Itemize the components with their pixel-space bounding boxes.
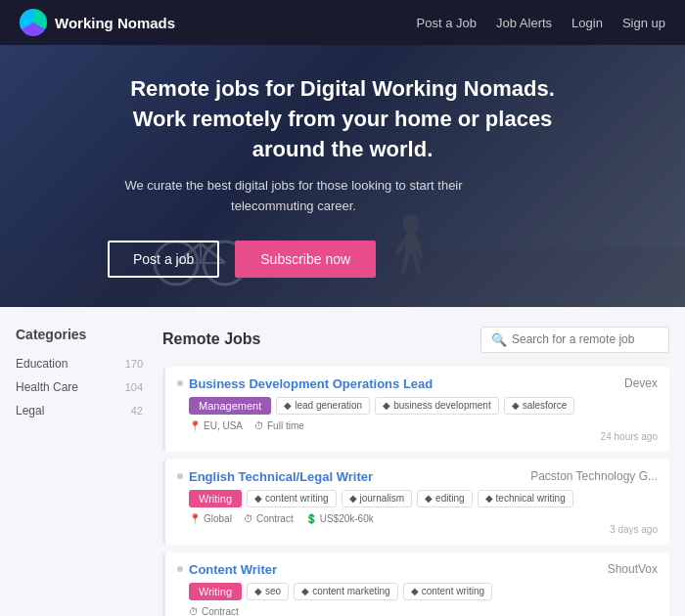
job-category-tag: Management <box>189 397 271 415</box>
search-box[interactable]: 🔍 <box>480 327 669 353</box>
job-tag: ◆ salesforce <box>504 397 575 415</box>
job-meta-item: 💲 US$20k-60k <box>305 513 374 524</box>
sidebar-item-label: Legal <box>16 404 44 418</box>
job-card-header: Content Writer ShoutVox <box>177 562 658 577</box>
tag-diamond-icon: ◆ <box>512 400 520 411</box>
brand-logo-icon <box>20 9 47 36</box>
job-meta-item: ⏱ Full time <box>254 420 304 431</box>
meta-icon: ⏱ <box>254 420 264 431</box>
meta-icon: ⏱ <box>244 513 253 524</box>
tag-diamond-icon: ◆ <box>301 586 309 596</box>
sidebar-item[interactable]: Legal 42 <box>16 399 143 422</box>
job-category-tag: Writing <box>189 583 242 600</box>
tag-diamond-icon: ◆ <box>383 400 390 411</box>
job-meta-item: ⏱ Contract <box>244 513 294 524</box>
login-link[interactable]: Login <box>571 16 603 30</box>
job-alerts-link[interactable]: Job Alerts <box>496 16 552 30</box>
subscribe-button[interactable]: Subscribe now <box>235 241 376 278</box>
search-icon: 🔍 <box>491 332 507 347</box>
sidebar-item-label: Health Care <box>16 380 78 394</box>
job-tags: Management◆ lead generation◆ business de… <box>177 397 658 415</box>
job-company: Pacston Technology G... <box>530 469 658 483</box>
job-dot-icon <box>177 473 183 479</box>
meta-icon: ⏱ <box>189 606 199 616</box>
sidebar-item-count: 42 <box>131 405 143 417</box>
job-time: 24 hours ago <box>177 431 658 442</box>
job-company: ShoutVox <box>608 562 658 576</box>
job-title-row: English Technical/Legal Writer <box>177 469 373 484</box>
sidebar-item-label: Education <box>16 357 68 371</box>
job-tags: Writing◆ seo◆ content marketing◆ content… <box>177 583 658 600</box>
job-tag: ◆ business development <box>375 397 499 415</box>
job-time: 3 days ago <box>177 524 658 535</box>
sidebar-item[interactable]: Education 170 <box>16 352 143 375</box>
job-title[interactable]: English Technical/Legal Writer <box>189 469 373 484</box>
job-meta-item: 📍 EU, USA <box>189 420 243 431</box>
job-title-row: Business Development Operations Lead <box>177 376 433 391</box>
job-meta: 📍 EU, USA ⏱ Full time <box>177 420 658 431</box>
tag-diamond-icon: ◆ <box>254 586 262 596</box>
job-meta: 📍 Global ⏱ Contract 💲 US$20k-60k <box>177 513 658 524</box>
job-list-header: Remote Jobs 🔍 <box>162 327 669 353</box>
job-meta-item: ⏱ Contract <box>189 606 239 616</box>
brand: Working Nomads <box>20 9 417 36</box>
job-meta-item: 📍 Global <box>189 513 232 524</box>
main-layout: Categories Education 170 Health Care 104… <box>0 307 685 616</box>
sidebar-item-count: 170 <box>125 358 143 370</box>
signup-link[interactable]: Sign up <box>622 16 665 30</box>
job-company: Devex <box>624 376 658 390</box>
job-card: Business Development Operations Lead Dev… <box>162 367 669 452</box>
job-card-header: Business Development Operations Lead Dev… <box>177 376 658 391</box>
job-tag: ◆ journalism <box>342 490 413 507</box>
sidebar-item-count: 104 <box>125 381 143 393</box>
hero-subtitle: We curate the best digital jobs for thos… <box>108 176 480 217</box>
search-input[interactable] <box>512 332 659 346</box>
job-card: Content Writer ShoutVox Writing◆ seo◆ co… <box>162 552 669 616</box>
job-tags: Writing◆ content writing◆ journalism◆ ed… <box>177 490 658 507</box>
job-title-row: Content Writer <box>177 562 277 577</box>
tag-diamond-icon: ◆ <box>411 586 419 596</box>
job-tag: ◆ content writing <box>403 583 492 600</box>
job-tag: ◆ editing <box>417 490 472 507</box>
job-title[interactable]: Content Writer <box>189 562 277 577</box>
job-tag: ◆ technical writing <box>478 490 573 507</box>
sidebar-item[interactable]: Health Care 104 <box>16 375 143 399</box>
post-job-button[interactable]: Post a job <box>108 241 219 278</box>
post-job-link[interactable]: Post a Job <box>417 16 477 30</box>
meta-icon: 📍 <box>189 513 201 524</box>
job-tag: ◆ seo <box>247 583 289 600</box>
job-dot-icon <box>177 566 183 572</box>
meta-icon: 💲 <box>305 513 317 524</box>
job-list-title: Remote Jobs <box>162 330 471 348</box>
job-tag: ◆ content writing <box>247 490 336 507</box>
sidebar: Categories Education 170 Health Care 104… <box>16 327 143 616</box>
job-card-header: English Technical/Legal Writer Pacston T… <box>177 469 658 484</box>
brand-name: Working Nomads <box>55 15 175 31</box>
job-title[interactable]: Business Development Operations Lead <box>189 376 433 391</box>
job-tag: ◆ content marketing <box>294 583 398 600</box>
job-category-tag: Writing <box>189 490 242 507</box>
tag-diamond-icon: ◆ <box>284 400 292 411</box>
job-cards-container: Business Development Operations Lead Dev… <box>162 367 669 616</box>
hero-section: Remote jobs for Digital Working Nomads. … <box>0 45 685 307</box>
tag-diamond-icon: ◆ <box>349 493 357 504</box>
sidebar-title: Categories <box>16 327 143 342</box>
meta-icon: 📍 <box>189 420 201 431</box>
tag-diamond-icon: ◆ <box>485 493 493 504</box>
job-card: English Technical/Legal Writer Pacston T… <box>162 460 669 545</box>
hero-title: Remote jobs for Digital Working Nomads. … <box>108 74 577 164</box>
job-list-section: Remote Jobs 🔍 Business Development Opera… <box>162 327 669 616</box>
job-dot-icon <box>177 380 183 386</box>
hero-content: Remote jobs for Digital Working Nomads. … <box>108 74 577 278</box>
tag-diamond-icon: ◆ <box>425 493 433 504</box>
job-meta: ⏱ Contract <box>177 606 658 616</box>
job-tag: ◆ lead generation <box>276 397 370 415</box>
navbar: Working Nomads Post a Job Job Alerts Log… <box>0 0 685 45</box>
navbar-links: Post a Job Job Alerts Login Sign up <box>417 16 665 30</box>
hero-buttons: Post a job Subscribe now <box>108 241 577 278</box>
tag-diamond-icon: ◆ <box>254 493 262 504</box>
